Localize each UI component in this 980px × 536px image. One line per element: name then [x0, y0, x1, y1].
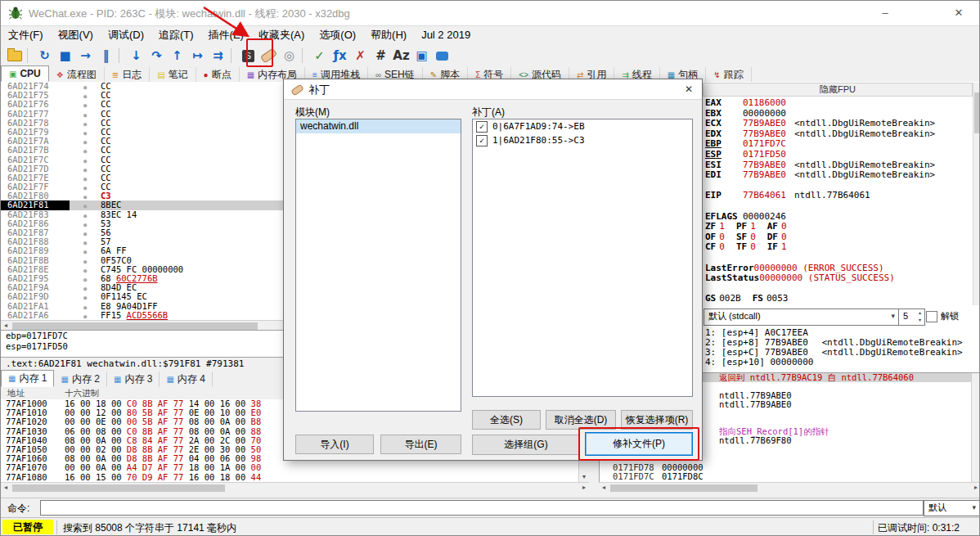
- step-out-icon[interactable]: ↑: [167, 46, 187, 65]
- register-row[interactable]: ZF1PF1AF0: [705, 222, 970, 232]
- dump-header-address: 地址: [7, 388, 25, 399]
- step-into-icon[interactable]: ↓: [126, 46, 146, 65]
- disasm-bytes: 57: [101, 236, 111, 246]
- flag-value: 0: [719, 232, 725, 242]
- toolbar: ↻■→‖↓↷↑↦⇉S◎✓ƒx✗#Az▣: [4, 45, 978, 66]
- menu-bar: 文件(F)视图(V)调试(D)追踪(T)插件(E)收藏夹(A)选项(O)帮助(H…: [1, 25, 979, 45]
- open-file-icon[interactable]: [4, 46, 25, 65]
- tab-breakpoints[interactable]: ●断点: [196, 67, 240, 82]
- flag-name: SF: [736, 232, 747, 242]
- disasm-bytes: 8BEC: [101, 200, 121, 209]
- command-input[interactable]: [40, 500, 924, 516]
- register-row[interactable]: EDI77B9ABE0<ntdll.DbgUiRemoteBreakin>: [705, 170, 970, 181]
- spinner-arrows-icon[interactable]: ▴▾: [916, 309, 924, 324]
- pause-icon[interactable]: ‖: [96, 46, 116, 65]
- patch-list[interactable]: ✓0|6A7F1AD9:74->EB✓1|6AD21F80:55->C3: [472, 119, 693, 397]
- toolbar-separator: [231, 48, 238, 63]
- functions-icon[interactable]: ƒx: [330, 46, 350, 65]
- patch-file-button[interactable]: 修补文件(P): [585, 432, 693, 456]
- select-group-button[interactable]: 选择组(G): [472, 435, 580, 455]
- register-row[interactable]: GS002BFS0053: [705, 294, 970, 304]
- step-over-icon[interactable]: ↷: [146, 46, 167, 65]
- stack-hscrollbar[interactable]: ◂ ▸: [599, 482, 980, 493]
- tab-seh-icon: ∞: [375, 70, 381, 79]
- menu-file[interactable]: 文件(F): [1, 25, 51, 45]
- hash-icon[interactable]: #: [371, 46, 391, 65]
- dump-tab-1[interactable]: ▦内存 1: [1, 370, 54, 387]
- menu-favourites[interactable]: 收藏夹(A): [251, 25, 312, 45]
- stack-vscrollbar[interactable]: [971, 373, 980, 482]
- flag-value: 0: [750, 232, 756, 242]
- stack-address: 0171FD7C: [613, 472, 662, 481]
- animate-icon[interactable]: ⇉: [208, 46, 228, 65]
- minimize-button[interactable]: –: [866, 1, 904, 25]
- patch-checkbox[interactable]: ✓: [476, 121, 488, 133]
- register-row[interactable]: EIP77B64061ntdll.77B64061: [705, 191, 970, 201]
- argument-row[interactable]: 4: [esp+10] 00000000: [705, 358, 978, 367]
- scroll-right-icon[interactable]: ▸: [971, 483, 980, 493]
- dump-bytes: 00 00 02 00 D8 8B AF 77 2E 00 30 00 50: [65, 444, 261, 454]
- menu-debug[interactable]: 调试(D): [101, 25, 151, 45]
- patch-icon[interactable]: [258, 46, 279, 65]
- tab-notes[interactable]: ▤笔记: [150, 67, 196, 82]
- deselect-all-button[interactable]: 取消全选(D): [546, 410, 616, 430]
- menu-trace[interactable]: 追踪(T): [151, 25, 201, 45]
- graph-check-icon[interactable]: ✓: [309, 46, 330, 65]
- patch-dialog: 补丁 ✕ 模块(M) 补丁(A) wechatwin.dll ✓0|6A7F1A…: [283, 79, 703, 461]
- module-list-item[interactable]: wechatwin.dll: [296, 119, 461, 133]
- stack-row[interactable]: 0171FD7C0171FD8C: [600, 472, 980, 481]
- tab-trace[interactable]: ↯跟踪: [706, 67, 751, 82]
- export-button[interactable]: 导出(E): [380, 435, 461, 454]
- scroll-left-icon[interactable]: ◂: [599, 483, 609, 493]
- select-all-button[interactable]: 全选(S): [472, 410, 541, 430]
- scylla-icon[interactable]: S: [238, 46, 258, 65]
- register-row[interactable]: CF0TF0IF1: [705, 242, 970, 253]
- menu-build-date[interactable]: Jul 2 2019: [414, 25, 478, 45]
- menu-options[interactable]: 选项(O): [312, 25, 363, 45]
- dialog-close-button[interactable]: ✕: [676, 79, 702, 99]
- patch-checkbox[interactable]: ✓: [476, 135, 488, 146]
- memory-icon[interactable]: ▣: [411, 46, 432, 65]
- run-icon[interactable]: →: [75, 46, 96, 65]
- module-list[interactable]: wechatwin.dll: [295, 119, 461, 412]
- scroll-right-icon[interactable]: ▸: [579, 483, 589, 493]
- close-button[interactable]: ✕: [940, 1, 978, 25]
- close-x-icon[interactable]: ✗: [350, 46, 371, 65]
- menu-view[interactable]: 视图(V): [51, 25, 101, 45]
- menu-plugins[interactable]: 插件(E): [201, 25, 251, 45]
- tab-log[interactable]: ≣日志: [105, 67, 150, 82]
- patch-list-item[interactable]: ✓0|6A7F1AD9:74->EB: [473, 119, 692, 133]
- dump-tab-4[interactable]: ▦内存 4: [160, 372, 212, 387]
- strings-icon[interactable]: Az: [391, 46, 411, 65]
- dump-bytes: 00 00 0E 00 00 5B AF 77 08 00 0A 00 B8: [65, 417, 261, 426]
- argument-comment: <ntdll.DbgUiRemoteBreakin>: [816, 347, 963, 358]
- tab-cpu[interactable]: ▣CPU: [1, 65, 49, 82]
- import-button[interactable]: 导入(I): [295, 435, 374, 454]
- run-to-user-code-icon[interactable]: ↦: [187, 46, 208, 65]
- argument-depth-value: 5: [903, 311, 908, 321]
- dump-address: 77AF1020: [1, 417, 65, 426]
- dump-row[interactable]: 77AF108016 00 15 00 70 D9 AF 77 16 00 18…: [1, 473, 578, 482]
- command-mode-select[interactable]: 默认 ▾: [924, 500, 980, 516]
- stop-icon[interactable]: ■: [55, 46, 75, 65]
- menu-help[interactable]: 帮助(H): [363, 25, 414, 45]
- restart-icon[interactable]: ↻: [34, 46, 55, 65]
- patch-list-item[interactable]: ✓1|6AD21F80:55->C3: [473, 133, 692, 147]
- registers-vscrollbar[interactable]: [973, 83, 980, 305]
- restore-selected-button[interactable]: 恢复选择项(R): [621, 410, 693, 430]
- argument-depth-spinner[interactable]: 5 ▴▾: [898, 309, 925, 326]
- dump-bytes: 00 00 12 00 80 5B AF 77 0E 00 10 00 E0: [65, 408, 261, 417]
- trace-record-icon[interactable]: ◎: [279, 46, 299, 65]
- dump-hscrollbar[interactable]: ◂ ▸: [1, 482, 589, 493]
- hide-fpu-button[interactable]: 隐藏FPU: [703, 83, 973, 97]
- scroll-left-icon[interactable]: ◂: [1, 483, 11, 493]
- stack-row[interactable]: 0171FD7800000000: [600, 463, 980, 472]
- calling-convention-select[interactable]: 默认 (stdcall) ▾: [704, 309, 899, 326]
- register-row[interactable]: LastStatus00000000 (STATUS_SUCCESS): [705, 273, 970, 284]
- chat-icon[interactable]: [432, 46, 452, 65]
- unlock-checkbox[interactable]: [926, 311, 937, 322]
- dump-tab-2[interactable]: ▦内存 2: [54, 372, 106, 387]
- tab-graph[interactable]: ❖流程图: [49, 67, 105, 82]
- scroll-down-icon[interactable]: ▾: [579, 472, 589, 482]
- dump-tab-3[interactable]: ▦内存 3: [107, 372, 160, 387]
